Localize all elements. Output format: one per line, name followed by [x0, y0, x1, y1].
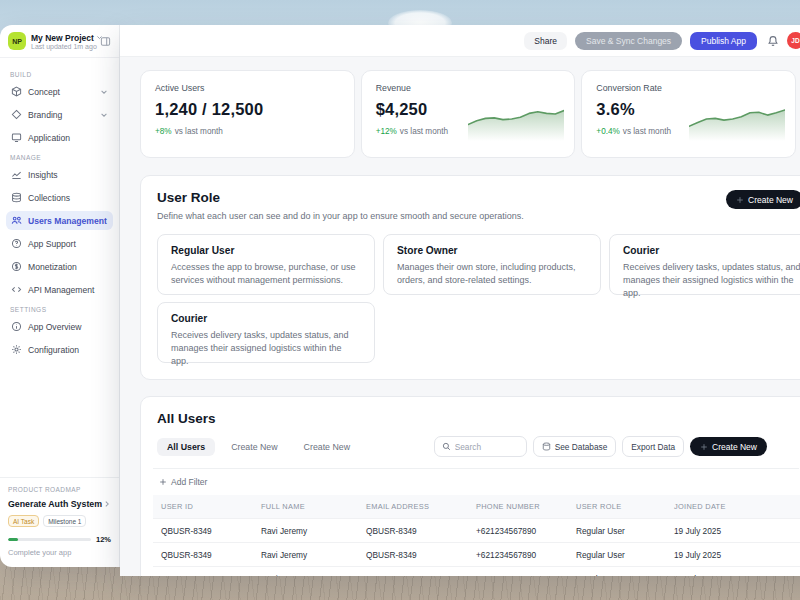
role-card-regular-user[interactable]: Regular User Accesses the app to browse,… [157, 234, 375, 295]
cube-icon [11, 86, 22, 97]
milestone-badge: Milestone 1 [43, 515, 86, 527]
add-filter-button[interactable]: Add Filter [159, 477, 207, 487]
stat-card-conversion-rate: Conversion Rate 3.6% +0.4%vs last month [581, 70, 796, 158]
content: Active Users 1,240 / 12,500 +8%vs last m… [120, 57, 800, 576]
chart-icon [11, 169, 22, 180]
project-name: My New Project [31, 33, 94, 43]
role-card-courier[interactable]: Courier Receives delivery tasks, updates… [157, 302, 375, 363]
plus-icon [159, 478, 167, 486]
project-header: NP My New Project Last updated 1m ago [0, 25, 119, 58]
create-role-button[interactable]: Create New [726, 190, 800, 209]
code-icon [11, 284, 22, 295]
roadmap-caption: Complete your app [8, 548, 111, 557]
all-users-title: All Users [157, 411, 799, 426]
top-header: Share Save & Sync Changes Publish App JD [120, 25, 800, 57]
sidebar-item-users-management[interactable]: Users Management [6, 211, 113, 230]
sidebar-item-monetization[interactable]: Monetization [6, 257, 113, 276]
sidebar-item-branding[interactable]: Branding [6, 105, 113, 124]
col-phone: PHONE NUMBER [468, 495, 568, 519]
stat-card-active-users: Active Users 1,240 / 12,500 +8%vs last m… [140, 70, 355, 158]
user-role-section: User Role Define what each user can see … [140, 175, 800, 380]
stat-label: Active Users [155, 83, 340, 93]
stat-delta: +0.4% [596, 127, 619, 136]
sidebar-item-app-overview[interactable]: App Overview [6, 317, 113, 336]
progress-bar [8, 538, 91, 541]
role-card-store-owner[interactable]: Store Owner Manages their own store, inc… [383, 234, 601, 295]
sidebar-item-concept[interactable]: Concept [6, 82, 113, 101]
section-label-build: BUILD [10, 71, 109, 78]
export-data-button[interactable]: Export Data [622, 436, 684, 457]
sidebar-item-api-management[interactable]: API Management [6, 280, 113, 299]
dollar-icon [11, 261, 22, 272]
chevron-right-icon [103, 500, 111, 508]
divider [153, 468, 799, 469]
tab-all-users[interactable]: All Users [157, 438, 215, 456]
col-joined: JOINED DATE [666, 495, 800, 519]
info-icon [11, 321, 22, 332]
stat-label: Conversion Rate [596, 83, 781, 93]
role-grid: Regular User Accesses the app to browse,… [157, 234, 795, 363]
revenue-sparkline [468, 97, 564, 141]
sidebar-item-application[interactable]: Application [6, 128, 113, 147]
col-email: EMAIL ADDRESS [358, 495, 468, 519]
create-user-button[interactable]: Create New [690, 437, 767, 456]
gear-icon [11, 344, 22, 355]
roadmap-label: PRODUCT ROADMAP [8, 486, 111, 493]
table-row[interactable]: QBUSR-8349 Ravi Jeremy QBUSR-8349 +62123… [153, 519, 800, 543]
users-icon [11, 215, 22, 226]
search-icon [442, 442, 451, 451]
role-card-courier[interactable]: Courier Receives delivery tasks, updates… [609, 234, 800, 295]
all-users-section: All Users All Users Create New Create Ne… [140, 396, 800, 576]
section-label-settings: SETTINGS [10, 306, 109, 313]
tab-create-new[interactable]: Create New [221, 438, 287, 456]
sidebar: NP My New Project Last updated 1m ago BU… [0, 25, 120, 567]
diamond-icon [11, 109, 22, 120]
bell-icon[interactable] [767, 35, 779, 47]
roadmap-task[interactable]: Generate Auth System [8, 499, 111, 509]
project-switcher[interactable]: My New Project Last updated 1m ago [31, 33, 95, 50]
users-tabs: All Users Create New Create New [157, 438, 360, 456]
project-avatar: NP [8, 32, 26, 50]
project-updated: Last updated 1m ago [31, 43, 95, 50]
col-full-name: FULL NAME [253, 495, 358, 519]
plus-icon [736, 196, 744, 204]
stats-row: Active Users 1,240 / 12,500 +8%vs last m… [140, 70, 796, 158]
sidebar-toggle-icon[interactable] [100, 36, 111, 47]
database-icon [11, 192, 22, 203]
stat-value: 1,240 / 12,500 [155, 100, 340, 119]
table-row[interactable]: QBUSR-8349 Ravi Jeremy QBUSR-8349 +62123… [153, 543, 800, 567]
stat-card-revenue: Revenue $4,250 +12%vs last month [361, 70, 576, 158]
section-label-manage: MANAGE [10, 154, 109, 161]
publish-app-button[interactable]: Publish App [690, 32, 757, 50]
main-panel: Share Save & Sync Changes Publish App JD… [120, 25, 800, 576]
ai-task-badge: AI Task [8, 515, 39, 527]
stat-label: Revenue [376, 83, 561, 93]
user-role-subtitle: Define what each user can see and do in … [157, 211, 795, 221]
chevron-down-icon [100, 111, 108, 119]
users-toolbar: All Users Create New Create New See Data… [153, 436, 799, 458]
monitor-icon [11, 132, 22, 143]
help-icon [11, 238, 22, 249]
table-row[interactable]: QBUSR-8349 Ravi Jeremy QBUSR-8349 +62123… [153, 567, 800, 577]
sidebar-item-app-support[interactable]: App Support [6, 234, 113, 253]
sidebar-item-collections[interactable]: Collections [6, 188, 113, 207]
stat-delta: +8% [155, 127, 172, 136]
conversion-sparkline [689, 97, 785, 141]
share-button[interactable]: Share [524, 32, 567, 50]
search-input[interactable] [455, 442, 525, 452]
user-avatar[interactable]: JD [787, 32, 800, 49]
col-role: USER ROLE [568, 495, 666, 519]
sidebar-item-configuration[interactable]: Configuration [6, 340, 113, 359]
chevron-down-icon [100, 88, 108, 96]
sidebar-item-insights[interactable]: Insights [6, 165, 113, 184]
table-header-row: USER ID FULL NAME EMAIL ADDRESS PHONE NU… [153, 495, 800, 519]
stat-delta: +12% [376, 127, 397, 136]
plus-icon [700, 443, 708, 451]
users-table: USER ID FULL NAME EMAIL ADDRESS PHONE NU… [153, 495, 800, 576]
user-role-title: User Role [157, 190, 795, 205]
search-box[interactable] [434, 436, 527, 457]
see-database-button[interactable]: See Database [533, 436, 617, 457]
save-sync-button[interactable]: Save & Sync Changes [575, 32, 682, 50]
col-user-id: USER ID [153, 495, 253, 519]
tab-create-new[interactable]: Create New [294, 438, 360, 456]
